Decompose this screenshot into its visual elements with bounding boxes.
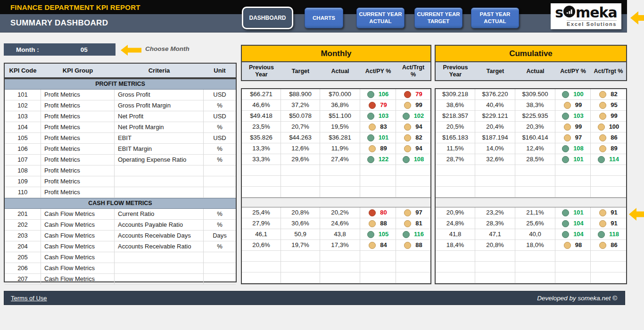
kpi-col-header-group: KPI Group (41, 64, 115, 77)
terms-of-use-link[interactable]: Terms of Use (11, 295, 47, 302)
act-trgt-cell (591, 272, 626, 283)
kpi-group-cell: Profit Metrics (41, 122, 115, 133)
status-value: 81 (415, 218, 422, 229)
table-row: 201Cash Flow MetricsCurrent Ratio% (5, 209, 236, 220)
act-py-cell: 105 (360, 229, 396, 240)
status-dot-icon (369, 124, 376, 131)
someka-logo[interactable]: smeka Excel Solutions (551, 3, 621, 29)
nav-current-year-actual-button[interactable]: CURRENT YEAR ACTUAL (356, 8, 405, 28)
act-py-cell: 84 (360, 240, 396, 251)
previous-year-cell: 46,6% (242, 100, 281, 111)
act-py-cell: 103 (555, 111, 591, 122)
status-value: 94 (415, 122, 422, 132)
month-value-input[interactable]: 05 (81, 46, 88, 53)
act-py-cell: 106 (360, 89, 396, 100)
act-trgt-cell (396, 165, 430, 176)
act-py-cell (360, 251, 396, 262)
previous-year-cell: 20,6% (242, 240, 281, 251)
status-dot-icon (598, 156, 605, 163)
actual-cell: 20,2% (320, 207, 360, 218)
cumulative-table-body: $309.218$376.220$309.5001008238,6%40,4%3… (435, 88, 627, 284)
section-gap-band (436, 198, 626, 207)
act-trgt-cell (396, 176, 430, 187)
nav-dashboard-button[interactable]: DASHBOARD (242, 7, 293, 29)
target-cell: $376.220 (475, 89, 515, 100)
previous-year-cell: 18,4% (436, 240, 475, 251)
someka-logo-tagline: Excel Solutions (567, 20, 617, 27)
act-trgt-cell: 82 (591, 89, 626, 100)
kpi-code-cell: 204 (5, 241, 41, 252)
target-cell: 37,2% (281, 100, 320, 111)
status-value: 91 (611, 207, 617, 218)
table-row: 110Profit Metrics (5, 187, 236, 198)
act-py-cell: 122 (360, 154, 396, 165)
nav-charts-button[interactable]: CHARTS (305, 8, 343, 28)
status-value: 105 (379, 229, 389, 239)
value-col-header: Previous Year (242, 64, 281, 78)
status-value: 104 (573, 218, 584, 229)
actual-cell (515, 176, 555, 187)
actual-cell: 11,9% (320, 143, 360, 154)
table-row (242, 176, 430, 187)
kpi-code-cell: 104 (5, 122, 41, 133)
table-row (436, 165, 626, 176)
act-py-cell: 101 (360, 132, 396, 143)
nav-current-year-target-button[interactable]: CURRENT YEAR TARGET (414, 8, 462, 28)
table-row: 204Cash Flow MetricsAccounts Receivable … (5, 241, 236, 252)
kpi-unit-cell: % (204, 209, 236, 220)
previous-year-cell: 25,4% (242, 207, 281, 218)
target-cell: 12,6% (281, 143, 320, 154)
status-dot-icon (404, 124, 411, 131)
value-col-header: Previous Year (436, 64, 475, 78)
previous-year-cell: 41,8 (436, 229, 475, 240)
status-value: 91 (611, 218, 617, 229)
act-py-cell: 104 (555, 218, 591, 229)
act-py-cell: 99 (555, 100, 591, 111)
target-cell: 30,6% (281, 218, 320, 229)
month-label: Month : (16, 46, 39, 53)
status-value: 100 (609, 122, 619, 132)
status-dot-icon (369, 220, 376, 227)
act-trgt-cell: 88 (396, 240, 430, 251)
nav-past-year-actual-button[interactable]: PAST YEAR ACTUAL (471, 8, 519, 28)
actual-cell: 19,5% (320, 122, 360, 132)
value-col-header: Target (281, 68, 320, 75)
status-value: 101 (379, 132, 389, 143)
dashboard-page: FINANCE DEPARTMENT KPI REPORT SUMMARY DA… (0, 0, 644, 330)
table-row (242, 187, 430, 198)
target-cell: 20,4% (475, 122, 515, 132)
status-dot-icon (564, 242, 571, 249)
kpi-criteria-cell (115, 187, 204, 198)
act-trgt-cell: 116 (396, 229, 430, 240)
table-row: 107Profit MetricsOperating Expense Ratio… (5, 155, 236, 165)
status-value: 86 (611, 132, 617, 143)
status-dot-icon (599, 220, 606, 227)
table-row: $66.271$88.900$70.00010679 (242, 89, 430, 100)
act-trgt-cell: 97 (396, 207, 430, 218)
table-row: 24,8%28,3%25,6%10491 (436, 218, 626, 229)
act-trgt-cell: 118 (591, 229, 626, 240)
status-dot-icon (404, 91, 411, 98)
status-dot-icon (564, 124, 571, 131)
previous-year-cell: $165.183 (436, 132, 475, 143)
target-cell (281, 187, 320, 198)
target-cell: 28,3% (475, 218, 515, 229)
status-dot-icon (404, 145, 411, 152)
previous-year-cell (242, 251, 281, 262)
status-dot-icon (367, 113, 374, 120)
table-row (242, 262, 430, 272)
target-cell: 50,9 (281, 229, 320, 240)
act-trgt-cell (396, 187, 430, 198)
act-py-cell (555, 272, 591, 283)
status-value: 79 (415, 89, 422, 99)
kpi-criteria-cell: Gross Profit (115, 90, 204, 100)
table-row (242, 251, 430, 262)
status-dot-icon (369, 102, 376, 109)
status-dot-icon (562, 145, 569, 152)
target-cell (475, 272, 515, 283)
status-value: 108 (573, 143, 584, 154)
choose-month-arrow-icon (121, 45, 141, 56)
status-value: 83 (380, 122, 387, 132)
kpi-code-cell: 105 (5, 133, 41, 144)
act-py-cell (555, 165, 591, 176)
